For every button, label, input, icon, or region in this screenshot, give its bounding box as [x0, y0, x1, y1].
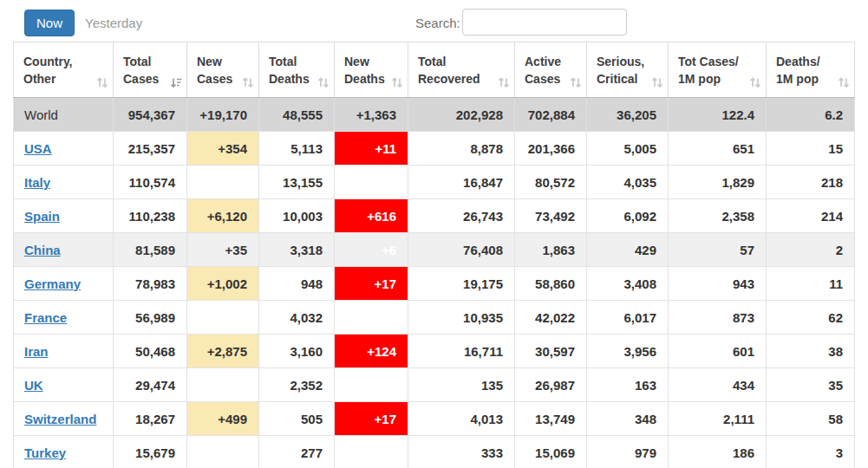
total-cases-cell: 215,357: [114, 132, 187, 166]
sort-both-icon: [96, 75, 108, 88]
new-cases-cell: +1,002: [187, 267, 259, 301]
world-label: World: [24, 107, 58, 122]
total-deaths-cell: 948: [259, 267, 335, 301]
active-cases-cell: 30,597: [515, 335, 587, 368]
country-link[interactable]: Iran: [24, 344, 49, 359]
new-deaths-cell: [335, 301, 408, 335]
table-row: China 81,589 +35 3,318 +6 76,408 1,863 4…: [14, 233, 855, 267]
table-body: World 954,367 +19,170 48,555 +1,363 202,…: [14, 98, 855, 468]
country-link[interactable]: Italy: [24, 175, 50, 190]
table-container: Country, Other Total Cases New Cases Tot…: [13, 42, 855, 468]
new-deaths-cell: [335, 436, 408, 468]
total-deaths-cell: 3,160: [259, 335, 335, 368]
column-header-active-cases[interactable]: Active Cases: [515, 42, 587, 98]
tot-cases-1m-cell: 2,111: [669, 402, 767, 436]
country-link[interactable]: China: [24, 243, 61, 257]
tot-cases-1m-cell: 943: [669, 267, 767, 301]
tot-cases-1m-cell: 434: [669, 368, 767, 402]
tot-cases-1m-cell: 57: [669, 233, 767, 267]
country-cell: China: [14, 233, 114, 267]
sort-both-icon: [838, 75, 850, 88]
new-deaths-cell: [335, 166, 408, 199]
new-cases-cell: +19,170: [187, 98, 259, 132]
active-cases-cell: 15,069: [515, 436, 587, 468]
column-header-total-cases[interactable]: Total Cases: [114, 42, 187, 98]
country-link[interactable]: Switzerland: [24, 412, 96, 426]
total-recovered-cell: 4,013: [408, 402, 515, 436]
deaths-1m-cell: 15: [767, 132, 855, 166]
column-header-new-deaths[interactable]: New Deaths: [335, 42, 408, 98]
active-cases-cell: 73,492: [515, 199, 587, 233]
yesterday-button[interactable]: Yesterday: [82, 10, 146, 36]
country-cell: Switzerland: [14, 402, 114, 436]
country-link[interactable]: UK: [24, 378, 43, 393]
total-recovered-cell: 76,408: [408, 233, 515, 267]
serious-critical-cell: 979: [587, 436, 669, 468]
toolbar: Now Yesterday Search:: [0, 0, 868, 42]
country-cell: UK: [14, 368, 114, 402]
sort-both-icon: [749, 75, 761, 88]
total-cases-cell: 110,238: [114, 199, 187, 233]
deaths-1m-cell: 2: [767, 233, 855, 267]
sort-desc-icon: [170, 75, 182, 88]
serious-critical-cell: 6,017: [587, 301, 669, 335]
active-cases-cell: 80,572: [515, 166, 587, 199]
deaths-1m-cell: 214: [767, 199, 855, 233]
serious-critical-cell: 429: [587, 233, 669, 267]
search-label: Search:: [415, 16, 460, 30]
total-recovered-cell: 16,847: [408, 166, 515, 199]
new-cases-cell: +354: [187, 132, 259, 166]
covid-stats-table: Country, Other Total Cases New Cases Tot…: [13, 42, 855, 468]
column-header-total-deaths[interactable]: Total Deaths: [259, 42, 335, 98]
deaths-1m-cell: 35: [767, 368, 855, 402]
total-cases-cell: 15,679: [114, 436, 187, 468]
table-row: Italy 110,574 13,155 16,847 80,572 4,035…: [14, 166, 855, 199]
total-cases-cell: 78,983: [114, 267, 187, 301]
total-recovered-cell: 19,175: [408, 267, 515, 301]
country-link[interactable]: France: [24, 310, 67, 325]
table-row: Switzerland 18,267 +499 505 +17 4,013 13…: [14, 402, 855, 436]
sort-both-icon: [498, 75, 510, 88]
column-header-tot-cases-1m-pop[interactable]: Tot Cases/ 1M pop: [669, 42, 767, 98]
column-header-new-cases[interactable]: New Cases: [187, 42, 259, 98]
new-cases-cell: [187, 368, 259, 402]
total-cases-cell: 56,989: [114, 301, 187, 335]
new-deaths-cell: [335, 368, 408, 402]
new-deaths-cell: +124: [335, 335, 408, 368]
search-input[interactable]: [462, 9, 627, 36]
total-recovered-cell: 8,878: [408, 132, 515, 166]
sort-both-icon: [317, 75, 330, 88]
country-link[interactable]: Germany: [24, 276, 81, 291]
country-cell: Germany: [14, 267, 114, 301]
column-header-country-other[interactable]: Country, Other: [14, 42, 114, 98]
country-link[interactable]: USA: [24, 141, 52, 156]
now-button[interactable]: Now: [24, 10, 75, 36]
active-cases-cell: 13,749: [515, 402, 587, 436]
table-row: France 56,989 4,032 10,935 42,022 6,017 …: [14, 301, 855, 335]
new-cases-cell: +35: [187, 233, 259, 267]
serious-critical-cell: 3,956: [587, 335, 669, 368]
column-header-serious-critical[interactable]: Serious, Critical: [587, 42, 669, 98]
serious-critical-cell: 4,035: [587, 166, 669, 199]
tot-cases-1m-cell: 601: [669, 335, 767, 368]
world-row: World 954,367 +19,170 48,555 +1,363 202,…: [14, 98, 855, 132]
new-cases-cell: +2,875: [187, 335, 259, 368]
column-header-deaths-1m-pop[interactable]: Deaths/ 1M pop: [767, 42, 855, 98]
total-deaths-cell: 13,155: [259, 166, 335, 199]
table-row: UK 29,474 2,352 135 26,987 163 434 35: [14, 368, 855, 402]
column-header-total-recovered[interactable]: Total Recovered: [408, 42, 515, 98]
active-cases-cell: 1,863: [515, 233, 587, 267]
new-cases-cell: [187, 436, 259, 468]
total-cases-cell: 954,367: [114, 98, 187, 132]
new-deaths-cell: +17: [335, 267, 408, 301]
sort-both-icon: [242, 75, 254, 88]
country-link[interactable]: Spain: [24, 209, 60, 224]
deaths-1m-cell: 3: [767, 436, 855, 468]
country-link[interactable]: Turkey: [24, 445, 66, 460]
total-recovered-cell: 333: [408, 436, 515, 468]
serious-critical-cell: 163: [587, 368, 669, 402]
active-cases-cell: 26,987: [515, 368, 587, 402]
new-deaths-cell: +11: [335, 132, 408, 166]
country-cell: France: [14, 301, 114, 335]
total-cases-cell: 50,468: [114, 335, 187, 368]
